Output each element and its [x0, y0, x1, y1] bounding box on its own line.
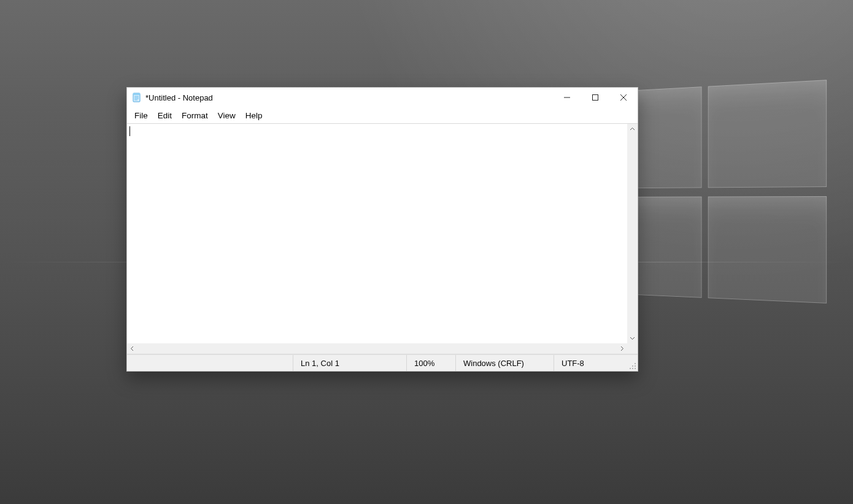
- vertical-scrollbar[interactable]: [627, 124, 638, 343]
- window-title: *Untitled - Notepad: [145, 93, 213, 102]
- windows-logo-tile: [708, 80, 827, 188]
- notepad-window[interactable]: *Untitled - Notepad File Edit Format Vie…: [126, 87, 638, 372]
- status-position: Ln 1, Col 1: [293, 355, 406, 371]
- svg-point-14: [632, 368, 633, 369]
- scroll-left-button[interactable]: [127, 343, 137, 354]
- caption-buttons: [553, 88, 638, 107]
- svg-point-11: [632, 365, 633, 367]
- svg-rect-1: [133, 93, 140, 95]
- client-area: [127, 124, 638, 354]
- status-zoom: 100%: [406, 355, 455, 371]
- notepad-app-icon: [132, 93, 142, 102]
- text-editor[interactable]: [127, 124, 627, 343]
- minimize-button[interactable]: [553, 88, 581, 107]
- status-encoding: UTF-8: [554, 355, 627, 371]
- status-bar: Ln 1, Col 1 100% Windows (CRLF) UTF-8: [127, 354, 638, 371]
- scrollbar-corner: [627, 343, 638, 354]
- svg-point-15: [635, 368, 636, 369]
- menu-view[interactable]: View: [213, 109, 241, 122]
- statusbar-spacer: [127, 355, 293, 371]
- menu-format[interactable]: Format: [177, 109, 213, 122]
- svg-point-10: [635, 363, 636, 364]
- desktop-background: *Untitled - Notepad File Edit Format Vie…: [0, 0, 853, 504]
- menu-bar: File Edit Format View Help: [127, 107, 638, 124]
- resize-grip[interactable]: [627, 355, 638, 371]
- menu-edit[interactable]: Edit: [153, 109, 177, 122]
- text-caret: [129, 126, 130, 136]
- status-eol: Windows (CRLF): [455, 355, 554, 371]
- horizontal-scrollbar[interactable]: [127, 343, 627, 354]
- menu-file[interactable]: File: [129, 109, 153, 122]
- svg-point-12: [635, 365, 636, 367]
- scroll-up-button[interactable]: [627, 124, 638, 134]
- maximize-button[interactable]: [581, 88, 609, 107]
- scroll-right-button[interactable]: [617, 343, 627, 354]
- close-button[interactable]: [609, 88, 638, 107]
- windows-logo-tile: [708, 196, 827, 304]
- svg-rect-7: [593, 95, 598, 101]
- svg-point-13: [630, 368, 631, 369]
- scroll-down-button[interactable]: [627, 333, 638, 343]
- menu-help[interactable]: Help: [241, 109, 268, 122]
- title-bar[interactable]: *Untitled - Notepad: [127, 88, 638, 107]
